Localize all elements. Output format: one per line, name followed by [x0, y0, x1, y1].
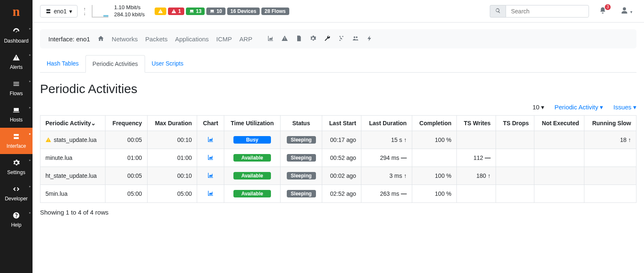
- badge-hosts-grey[interactable]: 10: [206, 8, 225, 15]
- cell-ts-writes: 112—: [457, 149, 496, 167]
- network-icon: [45, 8, 51, 14]
- th-last-start[interactable]: Last Start: [322, 116, 361, 131]
- badge-devices[interactable]: 16 Devices: [227, 8, 260, 15]
- sort-icon: ⌄: [91, 120, 96, 126]
- laptop-icon: [210, 9, 215, 14]
- badge-hosts-green[interactable]: 13: [186, 8, 205, 15]
- table-row: ht_state_update.lua 00:05 00:10 Availabl…: [40, 167, 636, 185]
- help-icon: [13, 212, 20, 220]
- table-controls: 10 ▾ Periodic Activity ▾ Issues ▾: [40, 104, 636, 111]
- breadcrumb-link-arp[interactable]: ARP: [239, 35, 252, 43]
- sidebar-item-label: Alerts: [10, 64, 23, 70]
- flows-icon: [13, 80, 20, 89]
- trend-icon: —: [485, 154, 491, 161]
- interface-selected: eno1: [54, 8, 67, 15]
- th-last-duration[interactable]: Last Duration: [361, 116, 412, 131]
- network-icon: [13, 133, 20, 142]
- cell-ts-drops: [496, 149, 534, 167]
- user-menu[interactable]: ▾: [616, 7, 636, 15]
- periodic-activity-filter[interactable]: Periodic Activity ▾: [554, 104, 603, 111]
- wrench-icon[interactable]: [324, 35, 331, 43]
- cell-frequency: 01:00: [105, 149, 147, 167]
- tab-user-scripts[interactable]: User Scripts: [145, 55, 190, 72]
- issues-filter[interactable]: Issues ▾: [613, 104, 636, 111]
- breadcrumb-link-networks[interactable]: Networks: [112, 35, 138, 43]
- chart-link-icon[interactable]: [207, 136, 214, 143]
- cell-name: 5min.lua: [40, 185, 105, 203]
- bolt-icon[interactable]: [366, 35, 373, 43]
- cell-utilization: Available: [224, 185, 281, 203]
- search-icon: [495, 8, 501, 13]
- th-status[interactable]: Status: [281, 116, 322, 131]
- cell-not-executed: [534, 167, 584, 185]
- page-size-dropdown[interactable]: 10 ▾: [532, 104, 544, 111]
- sidebar-item-dashboard[interactable]: ▸ Dashboard: [0, 23, 33, 49]
- document-icon[interactable]: [296, 35, 302, 43]
- sidebar-item-settings[interactable]: ▸ Settings: [0, 154, 33, 180]
- gear-icon[interactable]: [310, 35, 316, 43]
- th-frequency[interactable]: Frequency: [105, 116, 147, 131]
- traffic-speeds: 1.10 Mbit/s 284.10 kbit/s: [114, 4, 145, 18]
- th-periodic-activity[interactable]: Periodic Activity⌄: [40, 116, 105, 131]
- utilization-badge: Available: [233, 172, 271, 179]
- cell-last-duration: 3 ms↑: [361, 167, 412, 185]
- warning-icon: [171, 9, 176, 14]
- warning-icon[interactable]: [281, 35, 288, 43]
- chevron-right-icon: ▸: [29, 185, 31, 188]
- trend-icon: ↑: [488, 172, 491, 179]
- main: eno1 ▾ ↑↓ 1.10 Mbit/s 284.10 kbit/s 1131…: [33, 0, 644, 273]
- warning-icon: [45, 136, 51, 143]
- cell-utilization: Busy: [224, 131, 281, 149]
- chart-link-icon[interactable]: [207, 172, 214, 179]
- sidebar-item-developer[interactable]: ▸ Developer: [0, 180, 33, 207]
- chart-icon[interactable]: [267, 35, 274, 43]
- branch-icon[interactable]: [338, 35, 345, 43]
- table-row: 5min.lua 05:00 05:00 Available Sleeping …: [40, 185, 636, 203]
- notifications-button[interactable]: 3: [595, 7, 611, 15]
- th-ts-writes[interactable]: TS Writes: [457, 116, 496, 131]
- tab-hash-tables[interactable]: Hash Tables: [40, 55, 85, 72]
- cell-name: minute.lua: [40, 149, 105, 167]
- cell-running-slow: [584, 185, 636, 203]
- th-not-executed[interactable]: Not Executed: [534, 116, 584, 131]
- users-icon[interactable]: [352, 35, 359, 43]
- gear-icon: [13, 159, 20, 168]
- breadcrumb-link-packets[interactable]: Packets: [145, 35, 168, 43]
- interface-dropdown[interactable]: eno1 ▾: [40, 5, 78, 18]
- breadcrumb-link-icmp[interactable]: ICMP: [216, 35, 232, 43]
- breadcrumb-link-applications[interactable]: Applications: [175, 35, 209, 43]
- table-row: stats_update.lua 00:05 00:10 Busy Sleepi…: [40, 131, 636, 149]
- home-icon[interactable]: [98, 35, 104, 43]
- warning-icon: [158, 9, 163, 14]
- cell-frequency: 00:05: [105, 131, 147, 149]
- tab-periodic-activities[interactable]: Periodic Activities: [85, 55, 145, 73]
- th-chart[interactable]: Chart: [197, 116, 224, 131]
- th-ts-drops[interactable]: TS Drops: [496, 116, 534, 131]
- search-button[interactable]: [490, 5, 506, 18]
- utilization-badge: Busy: [233, 136, 271, 144]
- sidebar-item-label: Dashboard: [4, 38, 29, 44]
- sidebar-item-flows[interactable]: ▸ Flows: [0, 75, 33, 101]
- badge-flows[interactable]: 28 Flows: [261, 8, 289, 15]
- th-time-utilization[interactable]: Time Utilization: [224, 116, 281, 131]
- trend-icon: ↑: [404, 136, 407, 143]
- badge-warn[interactable]: [155, 8, 166, 15]
- sidebar-item-hosts[interactable]: ▸ Hosts: [0, 101, 33, 128]
- chevron-right-icon: ▸: [29, 53, 31, 57]
- search-input[interactable]: [506, 5, 589, 18]
- sidebar-item-help[interactable]: ▸ Help: [0, 207, 33, 233]
- sidebar-item-interface[interactable]: ▸ Interface: [0, 128, 33, 154]
- th-completion[interactable]: Completion: [412, 116, 456, 131]
- code-icon: [13, 185, 20, 194]
- warning-icon: [13, 54, 20, 63]
- th-max-duration[interactable]: Max Duration: [147, 116, 197, 131]
- notification-count: 3: [605, 4, 611, 10]
- chart-link-icon[interactable]: [207, 154, 214, 161]
- cell-utilization: Available: [224, 167, 281, 185]
- badge-alert[interactable]: 1: [168, 8, 184, 15]
- logo[interactable]: n: [0, 0, 33, 23]
- sidebar-item-alerts[interactable]: ▸ Alerts: [0, 49, 33, 75]
- cell-running-slow: 18↑: [584, 131, 636, 149]
- th-running-slow[interactable]: Running Slow: [584, 116, 636, 131]
- chart-link-icon[interactable]: [207, 190, 214, 197]
